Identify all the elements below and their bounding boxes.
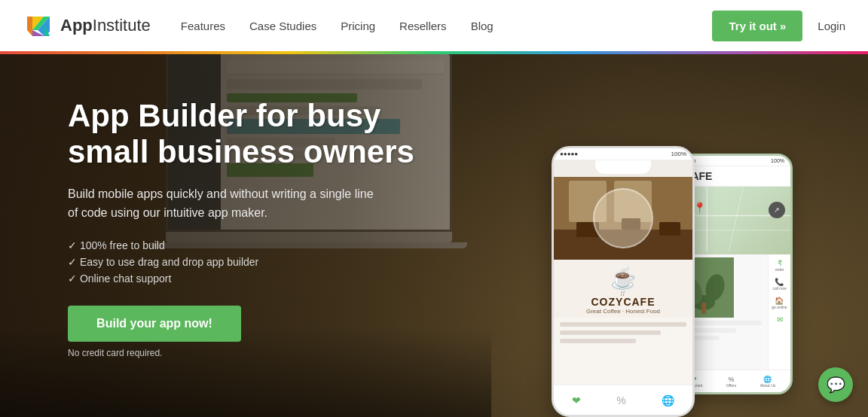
phone-white: ●●●●● 100% bbox=[552, 146, 695, 417]
header: AppInstitute Features Case Studies Prici… bbox=[0, 0, 868, 51]
hero-section: App Builder for busy small business owne… bbox=[0, 0, 868, 417]
feature-1: ✓ 100% free to build bbox=[68, 239, 445, 251]
sidebar-icon-1: ₹ order bbox=[775, 259, 784, 272]
feature-2: ✓ Easy to use drag and drop app builder bbox=[68, 256, 445, 268]
chat-bubble-button[interactable]: 💬 bbox=[818, 367, 853, 402]
no-credit-text: No credit card required. bbox=[68, 348, 445, 358]
white-status-right: 100% bbox=[671, 151, 686, 157]
chat-icon: 💬 bbox=[827, 376, 845, 394]
logo-text: AppInstitute bbox=[60, 16, 151, 35]
sidebar-icon-3: 🏠 go online bbox=[772, 297, 787, 309]
nav: Features Case Studies Pricing Resellers … bbox=[181, 20, 713, 32]
cafe-name: COZYCAFE bbox=[591, 296, 656, 308]
phone-notch bbox=[595, 160, 651, 174]
nav-blog[interactable]: Blog bbox=[471, 20, 494, 32]
phones-area: 9:28 am 100% YCAFE 📍 bbox=[521, 51, 808, 417]
phone-bottom-bar: ❤ % 🌐 bbox=[554, 385, 692, 415]
try-it-out-button[interactable]: Try it out » bbox=[712, 11, 802, 41]
feature-3: ✓ Online chat support bbox=[68, 272, 445, 285]
hero-title: App Builder for busy small business owne… bbox=[68, 98, 445, 171]
cafe-tagline: Great Coffee · Honest Food bbox=[586, 308, 660, 315]
white-status-left: ●●●●● bbox=[560, 151, 578, 157]
cafe-logo-area: ☕ ʃʃ COZYCAFE Great Coffee · Honest Food bbox=[554, 260, 692, 318]
bottom-icon-1: ❤ bbox=[572, 394, 581, 406]
svg-rect-16 bbox=[659, 222, 680, 236]
bottom-icon-3: 🌐 bbox=[662, 394, 674, 406]
white-phone-screen: ●●●●● 100% bbox=[554, 148, 692, 415]
svg-rect-8 bbox=[701, 303, 706, 314]
nav-case-studies[interactable]: Case Studies bbox=[249, 20, 316, 32]
sidebar-icon-2: 📞 call now bbox=[772, 278, 786, 291]
nav-pricing[interactable]: Pricing bbox=[341, 20, 375, 32]
bottom-icon-2: % bbox=[616, 394, 625, 406]
map-pin-icon: 📍 bbox=[693, 202, 706, 214]
logo-area: AppInstitute bbox=[23, 9, 151, 42]
logo-icon bbox=[23, 9, 56, 42]
hero-subtitle: Build mobile apps quickly and without wr… bbox=[68, 184, 384, 223]
nav-resellers[interactable]: Resellers bbox=[399, 20, 447, 32]
coffee-cup-icon: ☕ bbox=[610, 266, 637, 291]
share-button[interactable]: ↗ bbox=[769, 202, 785, 218]
green-sidebar: ₹ order 📞 call now 🏠 go online ✉ bbox=[768, 254, 790, 370]
login-link[interactable]: Login bbox=[818, 20, 845, 32]
hero-features: ✓ 100% free to build ✓ Easy to use drag … bbox=[68, 239, 445, 285]
nav-features[interactable]: Features bbox=[181, 20, 225, 32]
rainbow-bar bbox=[0, 51, 868, 54]
cafe-image bbox=[554, 177, 692, 260]
sidebar-icon-4: ✉ bbox=[777, 315, 783, 324]
header-right: Try it out » Login bbox=[712, 11, 845, 41]
svg-line-3 bbox=[729, 187, 743, 252]
build-app-button[interactable]: Build your app now! bbox=[68, 306, 241, 342]
hero-content: App Builder for busy small business owne… bbox=[68, 98, 445, 358]
